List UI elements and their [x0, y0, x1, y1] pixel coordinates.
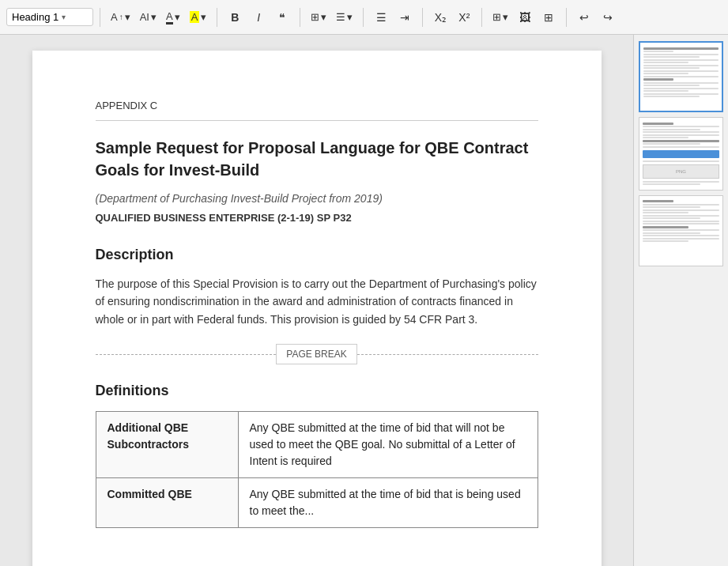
insert-group: ⊞ ▾ ☰ ▾	[307, 6, 356, 28]
font-size-icon: A	[111, 11, 118, 23]
font-size-up-icon: ↑	[119, 13, 123, 21]
description-paragraph: The purpose of this Special Provision is…	[96, 275, 538, 328]
list-group: ☰ ⇥	[370, 6, 416, 28]
object-group: ⊞ ▾ 🖼 ⊞	[488, 6, 560, 28]
font-color-button[interactable]: A ▾	[162, 6, 184, 28]
undo-icon: ↩	[579, 11, 589, 24]
thumb-line	[643, 215, 719, 217]
definitions-heading: Definitions	[96, 380, 538, 402]
thumb-line	[643, 209, 719, 211]
page-break-line-left	[96, 354, 277, 355]
highlight-icon: A	[190, 11, 200, 23]
thumb-line	[643, 65, 719, 66]
highlight-button[interactable]: A ▾	[186, 6, 211, 28]
thumb-line	[643, 200, 673, 202]
thumb-line	[643, 212, 688, 213]
heading-select-group[interactable]: Heading 1 ▾	[6, 8, 93, 26]
undo-button[interactable]: ↩	[573, 6, 595, 28]
thumb-line	[643, 204, 719, 206]
redo-button[interactable]: ↪	[597, 6, 619, 28]
appendix-label: APPENDIX C	[96, 98, 538, 114]
indent-button[interactable]: ⇥	[394, 6, 416, 28]
definition-cell: Any QBE submitted at the time of bid tha…	[238, 478, 538, 528]
thumb-line	[643, 137, 688, 138]
thumb-line	[643, 160, 719, 162]
redo-icon: ↪	[603, 11, 613, 24]
insert-chevron: ▾	[321, 11, 326, 23]
page-break: PAGE BREAK	[96, 344, 538, 364]
title-divider	[96, 120, 538, 121]
thumb-line	[643, 47, 719, 50]
separator-1	[100, 8, 100, 27]
insert-button[interactable]: ⊞ ▾	[307, 6, 330, 28]
subscript-button[interactable]: X₂	[429, 6, 451, 28]
thumbnail-page-1[interactable]	[639, 41, 723, 112]
subscript-icon: X₂	[435, 11, 447, 24]
thumb-line	[643, 70, 719, 72]
bold-button[interactable]: B	[224, 6, 246, 28]
thumb-line	[643, 238, 719, 240]
auto-size-chevron: ▾	[151, 11, 157, 23]
superscript-button[interactable]: X²	[453, 6, 475, 28]
thumb-line	[643, 229, 719, 231]
special-char-button[interactable]: ⊞	[538, 6, 560, 28]
thumb-line	[643, 126, 719, 127]
thumb-line	[643, 90, 688, 92]
bullet-list-button[interactable]: ☰	[370, 6, 392, 28]
thumb-blue-block	[643, 150, 719, 158]
page-break-line-right	[357, 354, 538, 355]
thumb-line	[643, 123, 673, 125]
thumb-line	[643, 206, 700, 208]
thumb-line	[643, 223, 719, 225]
table-icon: ⊞	[492, 11, 501, 23]
blockquote-icon: ❝	[279, 11, 285, 24]
term-cell: Additional QBE Subcontractors	[96, 412, 238, 478]
definitions-table: Additional QBE Subcontractors Any QBE su…	[96, 411, 538, 528]
document-meta-italic: (Department of Purchasing Invest-Build P…	[96, 191, 538, 207]
blockquote-button[interactable]: ❝	[271, 6, 293, 28]
thumb-line	[643, 59, 719, 61]
thumb-line	[643, 73, 688, 74]
thumb-line	[643, 235, 719, 236]
font-color-icon: A	[166, 10, 173, 25]
bullet-list-icon: ☰	[376, 11, 387, 24]
special-char-icon: ⊞	[544, 11, 553, 24]
font-size-chevron: ▾	[125, 11, 130, 23]
heading-style-dropdown[interactable]: Heading 1 ▾	[6, 8, 93, 26]
thumbnail-panel: PNG	[633, 35, 728, 566]
thumb-line	[643, 67, 700, 69]
font-color-chevron: ▾	[175, 11, 180, 23]
bold-icon: B	[231, 11, 239, 24]
thumb-line	[643, 56, 700, 58]
table-row: Committed QBE Any QBE submitted at the t…	[96, 478, 538, 528]
page-break-label: PAGE BREAK	[276, 344, 356, 364]
thumb-line	[643, 140, 719, 142]
font-size-button[interactable]: A ↑ ▾	[107, 6, 134, 28]
thumb-line	[643, 131, 719, 133]
font-size-group: A ↑ ▾ AI ▾ A ▾ A ▾	[107, 6, 210, 28]
thumb-line	[643, 183, 700, 185]
description-heading: Description	[96, 244, 538, 266]
thumbnail-page-2[interactable]: PNG	[639, 117, 723, 191]
toolbar: Heading 1 ▾ A ↑ ▾ AI ▾ A ▾ A ▾ B I	[0, 0, 728, 35]
superscript-icon: X²	[458, 11, 470, 24]
thumbnail-page-3[interactable]	[639, 195, 723, 266]
indent-icon: ⇥	[400, 11, 409, 24]
italic-button[interactable]: I	[247, 6, 270, 28]
main-area: APPENDIX C Sample Request for Proposal L…	[0, 35, 728, 566]
image-button[interactable]: 🖼	[514, 6, 536, 28]
auto-size-button[interactable]: AI ▾	[136, 6, 160, 28]
highlight-chevron: ▾	[201, 11, 206, 23]
table-button[interactable]: ⊞ ▾	[488, 6, 512, 28]
heading-chevron-icon: ▾	[62, 13, 66, 21]
auto-size-label: AI	[140, 11, 149, 23]
thumb-line	[643, 78, 673, 81]
thumb-line	[643, 232, 700, 234]
thumb-line	[643, 217, 700, 219]
align-button[interactable]: ☰ ▾	[332, 6, 356, 28]
thumb-line	[643, 143, 700, 145]
document-meta-bold: QUALIFIED BUSINESS ENTERPRISE (2-1-19) S…	[96, 210, 538, 226]
separator-7	[566, 8, 567, 27]
separator-5	[422, 8, 423, 27]
insert-icon: ⊞	[311, 11, 319, 23]
